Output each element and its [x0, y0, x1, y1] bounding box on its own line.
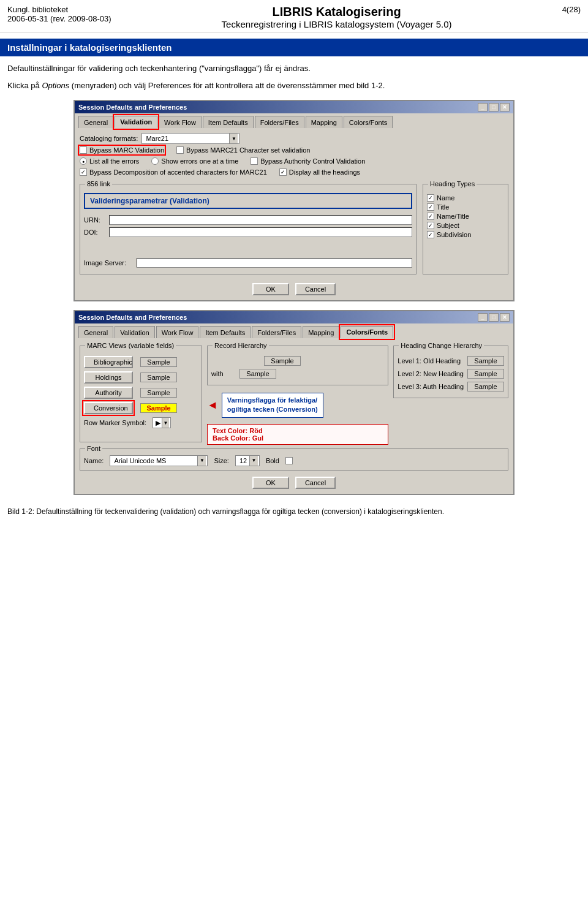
tab-2-mapping[interactable]: Mapping: [303, 326, 339, 338]
tab-2-item-defaults[interactable]: Item Defaults: [200, 326, 251, 338]
holdings-button[interactable]: Holdings: [84, 371, 133, 384]
textcolor-line1: Text Color: Röd: [213, 427, 263, 434]
tab-2-folders-files[interactable]: Folders/Files: [252, 326, 301, 338]
conversion-annotation-area: ◄ Varningsflagga för felaktiga/ogiltiga …: [207, 393, 388, 418]
authority-button[interactable]: Authority: [84, 387, 133, 399]
ht-name-checkbox[interactable]: [427, 194, 434, 202]
tab-2-workflow[interactable]: Work Flow: [156, 326, 199, 338]
authority-sample[interactable]: Sample: [140, 388, 177, 398]
maximize-button[interactable]: □: [489, 103, 499, 112]
rh-sample-1[interactable]: Sample: [264, 356, 301, 366]
bibliographic-sample[interactable]: Sample: [140, 357, 177, 367]
hc-level1-label: Level 1: Old Heading: [398, 357, 464, 365]
dialog-2-main-row: MARC Views (variable fields) Bibliograph…: [80, 343, 508, 445]
ht-subdivision-checkbox[interactable]: [427, 231, 434, 238]
tab-mapping[interactable]: Mapping: [306, 116, 342, 128]
dialog-1: Session Defaults and Preferences _ □ ✕ G…: [74, 100, 514, 301]
dialog-1-cancel-button[interactable]: Cancel: [295, 283, 336, 295]
dialog-2-titlebar: Session Defaults and Preferences _ □ ✕: [75, 311, 513, 323]
select-arrow-icon[interactable]: ▼: [229, 134, 238, 143]
list-errors-radio[interactable]: [80, 157, 87, 165]
tab-2-validation[interactable]: Validation: [115, 326, 155, 338]
doi-input[interactable]: [109, 227, 412, 237]
font-size-label: Size:: [214, 457, 228, 464]
font-bold-checkbox[interactable]: [285, 457, 293, 464]
doi-label: DOI:: [84, 229, 105, 236]
bypass-marc-checkbox[interactable]: [80, 146, 87, 154]
image-server-input[interactable]: [137, 258, 412, 268]
list-errors-radio-row: List all the errors: [80, 157, 139, 165]
urn-input[interactable]: [109, 215, 412, 225]
ht-subdivision-label: Subdivision: [437, 231, 471, 238]
hc-level1-sample[interactable]: Sample: [467, 356, 504, 366]
tab-item-defaults[interactable]: Item Defaults: [203, 116, 254, 128]
close-button-2[interactable]: ✕: [500, 313, 510, 322]
decomp-row: Bypass Decomposition of accented charact…: [80, 168, 508, 178]
dialog-2-cancel-button[interactable]: Cancel: [295, 477, 336, 489]
ht-nametitle-row: Name/Title: [427, 213, 504, 220]
dialog-1-ok-button[interactable]: OK: [252, 283, 289, 295]
urn-row: URN:: [84, 215, 412, 225]
cataloging-formats-value: Marc21: [143, 135, 229, 142]
close-button[interactable]: ✕: [500, 103, 510, 112]
arrow-icon: ◄: [207, 399, 218, 412]
tab-workflow[interactable]: Work Flow: [159, 116, 202, 128]
hc-level2-sample[interactable]: Sample: [467, 369, 504, 379]
hc-level3-label: Level 3: Auth Heading: [398, 383, 464, 390]
textcolor-annotation-area: Text Color: Röd Back Color: Gul: [207, 424, 388, 445]
dialog-2-ok-button[interactable]: OK: [252, 477, 289, 489]
marc-bibliographic-row: Bibliographic Sample: [84, 356, 198, 368]
ht-title-checkbox[interactable]: [427, 203, 434, 211]
dialog-1-titlebar: Session Defaults and Preferences _ □ ✕: [75, 101, 513, 113]
font-name-select[interactable]: Arial Unicode MS ▼: [110, 455, 208, 466]
list-errors-label: List all the errors: [89, 157, 139, 165]
link-group-content: Valideringsparametrar (Validation) URN: …: [84, 193, 412, 268]
hc-level1-row: Level 1: Old Heading Sample: [398, 356, 504, 366]
show-errors-radio[interactable]: [151, 157, 159, 165]
tab-colors-fonts[interactable]: Colors/Fonts: [344, 116, 393, 128]
font-name-arrow-icon[interactable]: ▼: [197, 456, 206, 466]
dialog-2-buttons: OK Cancel: [80, 477, 508, 489]
ht-nametitle-checkbox[interactable]: [427, 213, 434, 220]
bypass-marc21-char-checkbox[interactable]: [176, 146, 184, 154]
textcolor-annotation-box: Text Color: Röd Back Color: Gul: [207, 424, 388, 445]
footer-text: Bild 1-2: Defaultinställning för teckenv…: [0, 501, 588, 522]
tab-2-colors-fonts[interactable]: Colors/Fonts: [341, 326, 393, 338]
font-name-label: Name:: [84, 457, 104, 464]
tab-validation[interactable]: Validation: [115, 116, 157, 128]
ht-subject-checkbox[interactable]: [427, 222, 434, 229]
tab-general[interactable]: General: [78, 116, 113, 128]
bypass-decomp-checkbox[interactable]: [80, 168, 87, 176]
page-header: Kungl. biblioteket 2006-05-31 (rev. 2009…: [0, 0, 588, 32]
ht-title-label: Title: [437, 203, 449, 211]
row-marker-select[interactable]: ▶ ▼: [153, 417, 171, 428]
link-group-title: 856 link: [85, 180, 112, 187]
row-marker-arrow-icon[interactable]: ▼: [162, 418, 169, 428]
dialog-2-titlebar-buttons[interactable]: _ □ ✕: [478, 313, 510, 322]
font-size-select[interactable]: 12 ▼: [235, 455, 260, 466]
cataloging-formats-select[interactable]: Marc21 ▼: [141, 133, 239, 144]
display-headings-checkbox-row: Display all the headings: [279, 168, 360, 176]
holdings-sample[interactable]: Sample: [140, 373, 177, 382]
minimize-button[interactable]: _: [478, 103, 488, 112]
conversion-sample[interactable]: Sample: [140, 403, 177, 413]
maximize-button-2[interactable]: □: [489, 313, 499, 322]
dialog-1-titlebar-buttons[interactable]: _ □ ✕: [478, 103, 510, 112]
rh-sample-2[interactable]: Sample: [239, 369, 276, 379]
cataloging-formats-label: Cataloging formats:: [80, 135, 138, 142]
hc-level3-sample[interactable]: Sample: [467, 382, 504, 391]
bypass-marc21-char-label: Bypass MARC21 Character set validation: [186, 146, 310, 154]
minimize-button-2[interactable]: _: [478, 313, 488, 322]
font-size-arrow-icon[interactable]: ▼: [249, 456, 258, 466]
conversion-annotation-box: Varningsflagga för felaktiga/ogiltiga te…: [222, 393, 323, 418]
ht-nametitle-label: Name/Title: [437, 213, 469, 220]
validation-annotation: Valideringsparametrar (Validation): [84, 193, 412, 209]
heading-types-group: Heading Types Name Title Name/Title: [423, 184, 508, 274]
tab-folders-files[interactable]: Folders/Files: [255, 116, 304, 128]
display-headings-checkbox[interactable]: [279, 168, 287, 176]
bibliographic-button[interactable]: Bibliographic: [84, 356, 133, 368]
right-area: Heading Change Hierarchy Level 1: Old He…: [393, 343, 508, 445]
bypass-authority-checkbox[interactable]: [251, 157, 258, 165]
conversion-button[interactable]: Conversion: [84, 402, 133, 414]
tab-2-general[interactable]: General: [78, 326, 113, 338]
